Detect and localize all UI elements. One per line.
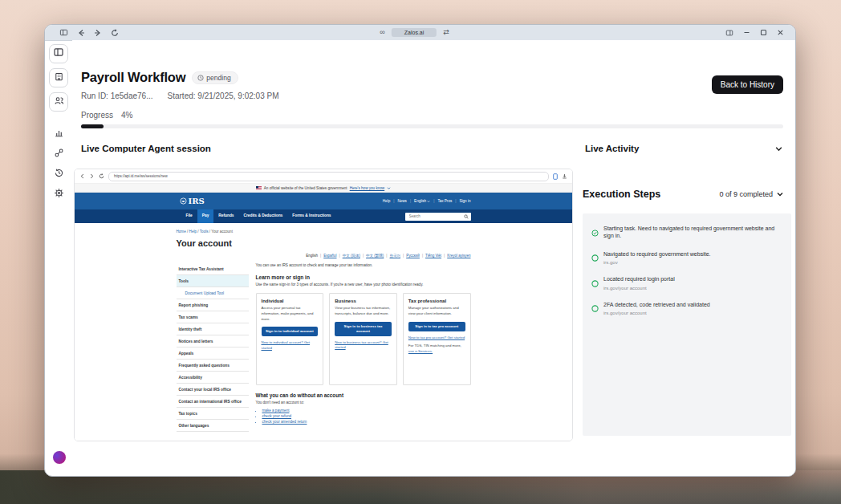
lang-zh-hans[interactable]: 中文 (简体)	[343, 254, 360, 258]
live-activity-label: Live Activity	[585, 144, 639, 153]
download-icon[interactable]	[562, 173, 567, 179]
device-icon[interactable]	[553, 173, 558, 180]
lang-espanol[interactable]: Español	[323, 254, 336, 258]
irs-nav-file[interactable]: File	[181, 209, 197, 223]
individual-get-started-link[interactable]: New to individual account? Get started	[262, 340, 319, 351]
swap-tabs-icon[interactable]: ⇄	[443, 29, 449, 36]
side-item-other-languages[interactable]: Other languages	[177, 420, 249, 432]
breadcrumb-help[interactable]: Help	[189, 230, 197, 234]
close-icon[interactable]	[777, 29, 784, 36]
tax-pro-signin-button[interactable]: Sign in to tax pro account	[408, 322, 465, 331]
agents-button[interactable]	[49, 92, 68, 112]
individual-signin-button[interactable]: Sign in to individual account	[262, 327, 319, 336]
irs-search-box[interactable]	[405, 213, 471, 221]
browser-tab[interactable]: Zalos.ai	[392, 28, 437, 37]
lang-vietnamese[interactable]: Tiếng Việt	[425, 254, 441, 258]
status-label: pending	[206, 74, 230, 82]
tax-pro-get-started-link[interactable]: New to tax pro account? Get started	[408, 335, 465, 341]
banner-link[interactable]: Here's how you know	[350, 186, 385, 190]
infinity-icon: ∞	[380, 29, 384, 36]
side-item-international-office[interactable]: Contact an international IRS office	[177, 396, 249, 408]
list-item: check your refund	[262, 414, 471, 418]
side-item-local-office[interactable]: Contact your local IRS office	[177, 384, 249, 396]
irs-news-link[interactable]: News	[397, 199, 407, 203]
connections-button[interactable]	[50, 146, 67, 162]
business-get-started-link[interactable]: New to business tax account? Get started	[335, 340, 392, 351]
sidebar-collapse-button[interactable]	[49, 44, 68, 63]
step-text: Navigated to required government website…	[603, 250, 710, 258]
browser-forward-icon[interactable]	[89, 173, 95, 179]
irs-taxpros-link[interactable]: Tax Pros	[437, 199, 452, 203]
side-item-document-upload[interactable]: Document Upload Tool	[177, 287, 249, 299]
forward-icon[interactable]	[94, 29, 102, 37]
live-activity-header[interactable]: Live Activity	[585, 144, 783, 153]
organization-button[interactable]	[49, 68, 68, 87]
breadcrumb-home[interactable]: Home	[177, 230, 186, 234]
irs-nav-forms[interactable]: Forms & Instructions	[287, 209, 335, 223]
search-icon[interactable]	[464, 214, 469, 219]
banner-text: An official website of the United States…	[264, 186, 347, 190]
execution-steps-title: Execution Steps	[583, 189, 660, 200]
e-services-link[interactable]: use e-Services.	[408, 349, 433, 353]
settings-button[interactable]	[50, 186, 67, 202]
analytics-button[interactable]	[50, 126, 67, 142]
lang-haitian[interactable]: Kreyòl ayisyen	[447, 254, 470, 258]
breadcrumb-tools[interactable]: Tools	[200, 230, 209, 234]
back-to-history-button[interactable]: Back to History	[712, 75, 783, 94]
side-item-report-phishing[interactable]: Report phishing	[177, 299, 249, 311]
reload-icon[interactable]	[111, 29, 119, 37]
side-item-tax-scams[interactable]: Tax scams	[177, 311, 249, 323]
step-text: 2FA detected, code retrieved and validat…	[603, 301, 710, 308]
tax-pro-card: Tax professional Manage your authorizati…	[403, 293, 471, 385]
panel-toggle-icon[interactable]	[725, 29, 733, 37]
side-item-ita[interactable]: Interactive Tax Assistant	[177, 263, 249, 275]
chevron-down-icon[interactable]	[774, 144, 783, 153]
us-flag-icon	[256, 186, 262, 190]
lang-russian[interactable]: Русский	[406, 254, 420, 258]
side-item-tax-topics[interactable]: Tax topics	[177, 408, 249, 420]
side-item-notices[interactable]: Notices and letters	[177, 335, 249, 348]
user-avatar[interactable]	[53, 451, 66, 464]
irs-nav-pay[interactable]: Pay	[197, 209, 214, 223]
check-refund-link[interactable]: check your refund	[262, 414, 292, 418]
chevron-down-icon[interactable]	[776, 190, 784, 198]
browser-back-icon[interactable]	[79, 173, 85, 179]
business-card: Business View your business tax informat…	[329, 293, 397, 385]
progress-value: 4%	[121, 111, 132, 120]
link-nodes-icon	[54, 147, 64, 161]
side-item-appeals[interactable]: Appeals	[177, 348, 249, 360]
irs-help-link[interactable]: Help	[383, 199, 390, 203]
irs-language-select[interactable]: English	[414, 199, 430, 203]
irs-signin-link[interactable]: Sign in	[459, 199, 470, 203]
gear-icon	[54, 187, 64, 201]
lang-korean[interactable]: 한국어	[390, 254, 401, 258]
started-at: Started: 9/21/2025, 9:02:03 PM	[168, 91, 279, 100]
step-source: irs.gov/your account	[603, 311, 710, 315]
side-item-identity-theft[interactable]: Identity theft	[177, 323, 249, 335]
sidebar-toggle-icon[interactable]	[59, 28, 68, 37]
language-links: English| Español| 中文 (简体)| 中文 (繁體)| 한국어|…	[177, 254, 471, 258]
browser-reload-icon[interactable]	[99, 173, 104, 179]
make-payment-link[interactable]: make a payment	[262, 408, 290, 413]
lang-zh-hant[interactable]: 中文 (繁體)	[366, 254, 384, 258]
back-icon[interactable]	[77, 29, 85, 37]
progress-bar	[81, 124, 783, 128]
clock-icon	[197, 75, 204, 81]
execution-steps-count[interactable]: 0 of 9 completed	[719, 190, 784, 198]
side-item-tools[interactable]: Tools	[177, 275, 249, 287]
maximize-icon[interactable]	[760, 29, 767, 36]
irs-logo[interactable]: IRS	[180, 197, 205, 205]
side-item-faq[interactable]: Frequently asked questions	[177, 360, 249, 372]
business-signin-button[interactable]: Sign in to business tax account	[335, 322, 392, 336]
irs-nav-credits[interactable]: Credits & Deductions	[239, 209, 288, 223]
irs-search-input[interactable]	[408, 213, 464, 219]
irs-nav-refunds[interactable]: Refunds	[213, 209, 238, 223]
url-bar[interactable]: https://api.id.me/ws/sessions/new	[108, 172, 549, 181]
minimize-icon[interactable]	[743, 29, 750, 36]
check-amended-return-link[interactable]: check your amended return	[262, 420, 307, 424]
lang-english: English	[306, 254, 318, 258]
history-button[interactable]	[50, 166, 67, 182]
side-item-accessibility[interactable]: Accessibility	[177, 372, 249, 384]
circle-icon	[591, 250, 599, 265]
without-account-intro: You don't need an account to:	[256, 400, 471, 406]
